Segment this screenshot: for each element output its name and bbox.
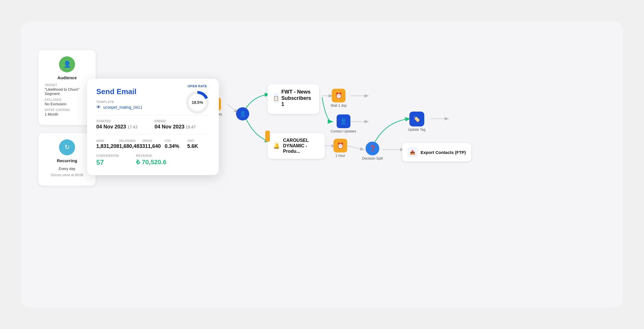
fwt-node[interactable]: 📋 FWT - News Subscribers 1 bbox=[268, 84, 319, 114]
export-box: 📤 Export Contacts (FTP) bbox=[402, 143, 471, 161]
popup-ctr-label: CTR bbox=[165, 139, 187, 142]
wait-lower-icon: ⏰ bbox=[333, 139, 347, 152]
donut-chart: 18.5% bbox=[184, 90, 210, 115]
decision-icon: ❓ bbox=[366, 142, 379, 155]
popup-delivered-stat: DELIVERED 1,680,483 bbox=[119, 139, 142, 149]
export-icon: 📤 bbox=[407, 147, 418, 157]
carousel-orange-bar bbox=[265, 131, 270, 142]
contact-update-node[interactable]: 👤 Contact Updates bbox=[331, 114, 356, 133]
popup-ended-label: ENDED bbox=[155, 119, 196, 123]
main-container: 👤 Audience TARGET "Likelihood to Churn" … bbox=[21, 21, 623, 308]
split-circle-icon: 👤 bbox=[236, 107, 249, 120]
carousel-node[interactable]: 🔔 CAROUSEL DYNAMIC - Produ... bbox=[268, 133, 325, 159]
popup-conv-row: CONVERSION 57 REVENUE ₺ 70,520.6 bbox=[96, 154, 210, 167]
recurring-title: Recurring bbox=[45, 158, 89, 163]
popup-send-stat: SEND 1,831,208 bbox=[96, 139, 119, 149]
send-email-popup[interactable]: Send Email TEMPLATE 👁 ucsepet_maling_041… bbox=[87, 79, 219, 175]
contact-update-label: Contact Updates bbox=[331, 129, 356, 133]
popup-delivered-label: DELIVERED bbox=[119, 139, 142, 142]
popup-started-time: 17:43 bbox=[127, 125, 138, 129]
open-rate-pct: 18.5% bbox=[192, 100, 203, 105]
popup-started-date: 04 Nov 2023 bbox=[96, 124, 126, 130]
popup-ended-date: 04 Nov 2023 bbox=[155, 124, 184, 130]
carousel-box: 🔔 CAROUSEL DYNAMIC - Produ... bbox=[268, 133, 325, 159]
export-label: Export Contacts (FTP) bbox=[421, 150, 466, 155]
svg-line-7 bbox=[348, 146, 364, 150]
popup-ended-col: ENDED 04 Nov 2023 18:47 bbox=[155, 119, 196, 130]
contact-update-icon: 👤 bbox=[337, 114, 350, 128]
popup-conv-label: CONVERSION bbox=[96, 154, 119, 157]
wait-upper-node[interactable]: ⏰ Wait 1 day bbox=[331, 89, 347, 108]
popup-visit-val: 5.6K bbox=[187, 143, 210, 149]
popup-opens-label: OPENS bbox=[142, 139, 165, 142]
recurring-icon: ↻ bbox=[59, 139, 75, 155]
target-value: "Likelihood to Churn" Segment bbox=[45, 87, 89, 96]
popup-opens-val: 311,640 bbox=[142, 143, 165, 149]
capping-value: 1 Month bbox=[45, 112, 89, 116]
popup-revenue-col: REVENUE ₺ 70,520.6 bbox=[136, 154, 166, 167]
carousel-text: CAROUSEL DYNAMIC - Produ... bbox=[283, 138, 319, 154]
excluded-label: EXCLUDED bbox=[45, 98, 89, 101]
popup-ctr-val: 0.34% bbox=[165, 143, 187, 149]
audience-title: Audience bbox=[45, 75, 89, 80]
popup-visit-label: VISIT bbox=[187, 139, 210, 142]
wait-upper-label: Wait 1 day bbox=[331, 104, 347, 108]
popup-revenue-val: ₺ 70,520.6 bbox=[136, 158, 166, 166]
fwt-icon: 📋 bbox=[273, 93, 279, 103]
open-rate-label: OPEN RATE bbox=[188, 84, 207, 88]
excluded-value: No Exclusion bbox=[45, 102, 89, 106]
popup-send-label: SEND bbox=[96, 139, 119, 142]
export-node[interactable]: 📤 Export Contacts (FTP) bbox=[402, 143, 471, 161]
popup-dates-row: STARTED 04 Nov 2023 17:43 ENDED 04 Nov 2… bbox=[96, 115, 210, 134]
popup-visit-stat: VISIT 5.6K bbox=[187, 139, 210, 149]
popup-eye-icon: 👁 bbox=[96, 105, 101, 110]
popup-send-val: 1,831,208 bbox=[96, 143, 119, 149]
open-rate-container: OPEN RATE 18.5% bbox=[184, 84, 210, 115]
popup-conv-val: 57 bbox=[96, 158, 119, 167]
decision-label: Decision Split bbox=[362, 156, 383, 160]
fwt-title: FWT - News Subscribers 1 bbox=[281, 89, 313, 108]
popup-ended-time: 18:47 bbox=[186, 125, 196, 129]
update-tag-label: Update Tag bbox=[408, 128, 425, 132]
wait-lower-label: 1 hour bbox=[335, 154, 345, 158]
popup-delivered-val: 1,680,483 bbox=[119, 143, 142, 149]
update-tag-node[interactable]: 🏷️ Update Tag bbox=[408, 112, 425, 132]
wait-upper-icon: ⏰ bbox=[332, 89, 345, 102]
capping-label: ENTRY CAPPING bbox=[45, 108, 89, 112]
popup-revenue-label: REVENUE bbox=[136, 154, 166, 157]
update-tag-icon: 🏷️ bbox=[409, 112, 424, 126]
wait-lower-node[interactable]: ⏰ 1 hour bbox=[333, 139, 347, 158]
popup-ctr-stat: CTR 0.34% bbox=[165, 139, 187, 149]
fwt-box: 📋 FWT - News Subscribers 1 bbox=[268, 84, 319, 114]
audience-icon: 👤 bbox=[59, 56, 75, 72]
popup-started-val: 04 Nov 2023 17:43 bbox=[96, 124, 138, 130]
popup-template-link[interactable]: ucsepet_maling_0411 bbox=[103, 105, 142, 110]
popup-started-label: STARTED bbox=[96, 119, 138, 123]
target-label: TARGET bbox=[45, 84, 89, 87]
popup-ended-val: 04 Nov 2023 18:47 bbox=[155, 124, 196, 130]
decision-node[interactable]: ❓ Decision Split bbox=[362, 142, 383, 160]
recurring-occurs: Occurs once at 09:00 bbox=[45, 173, 89, 177]
recurring-frequency: Every day bbox=[45, 167, 89, 171]
popup-opens-stat: OPENS 311,640 bbox=[142, 139, 165, 149]
popup-started-col: STARTED 04 Nov 2023 17:43 bbox=[96, 119, 138, 130]
popup-stats-row: SEND 1,831,208 DELIVERED 1,680,483 OPENS… bbox=[96, 139, 210, 149]
carousel-bell-icon: 🔔 bbox=[273, 140, 280, 152]
split-circle-node[interactable]: 👤 bbox=[236, 107, 249, 120]
popup-conversion-col: CONVERSION 57 bbox=[96, 154, 119, 167]
